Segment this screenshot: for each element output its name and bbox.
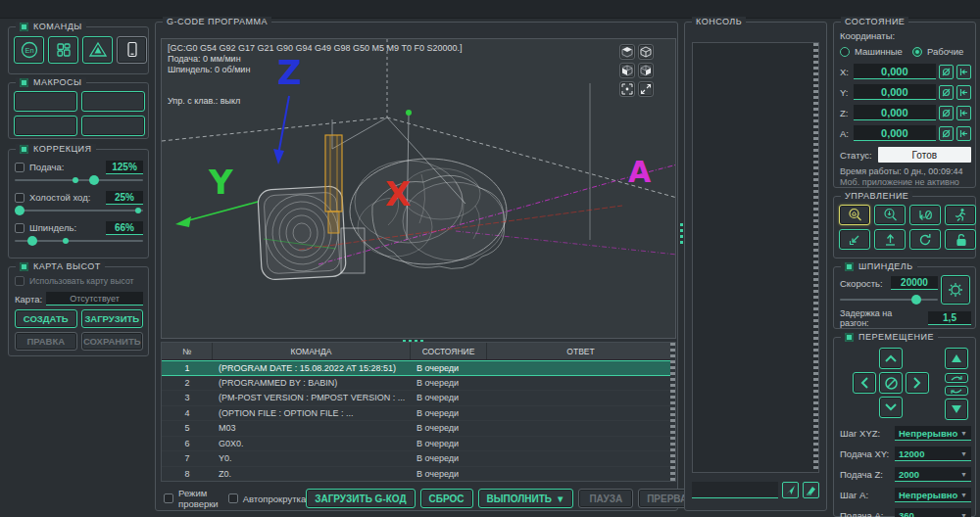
unlock-controller-button[interactable]: En bbox=[14, 36, 44, 64]
jog-setting-dropdown[interactable]: Непрерывно ▼ bbox=[895, 426, 971, 441]
run-button[interactable]: ВЫПОЛНИТЬ▼ bbox=[478, 489, 574, 508]
override-slider[interactable] bbox=[15, 174, 143, 186]
macro-button[interactable] bbox=[81, 91, 145, 112]
home-button[interactable] bbox=[839, 205, 870, 225]
override-slider[interactable] bbox=[15, 235, 143, 247]
jog-z-plus-button[interactable] bbox=[945, 348, 968, 369]
panel-title: УПРАВЛЕНИЕ bbox=[845, 191, 908, 201]
axis-label-a: A bbox=[628, 155, 651, 189]
override-checkbox[interactable] bbox=[15, 193, 24, 203]
zero-axis-button[interactable] bbox=[939, 85, 954, 100]
heightmap-load-button[interactable]: ЗАГРУЗИТЬ bbox=[81, 309, 144, 328]
console-clear-button[interactable] bbox=[803, 482, 819, 498]
vertical-splitter-handle[interactable] bbox=[680, 223, 683, 245]
console-send-button[interactable] bbox=[782, 482, 799, 498]
view-left-button[interactable] bbox=[638, 63, 654, 78]
probe-z-button[interactable] bbox=[874, 205, 906, 225]
macro-button[interactable] bbox=[81, 116, 145, 136]
table-row[interactable]: 5 M03 В очереди bbox=[162, 421, 675, 437]
reset-controller-button[interactable] bbox=[909, 229, 941, 250]
table-row[interactable]: 1 (PROGRAM DATE : 15.08.2022 AT 15:28:51… bbox=[162, 360, 675, 376]
heightmap-edit-button[interactable]: ПРАВКА bbox=[15, 332, 77, 351]
jog-z-minus-button[interactable] bbox=[945, 399, 968, 420]
jog-setting-dropdown[interactable]: Непрерывно ▼ bbox=[895, 488, 971, 502]
jog-setting-dropdown[interactable]: 360 ▼ bbox=[895, 508, 971, 517]
reset-button[interactable]: СБРОС bbox=[420, 489, 473, 508]
restore-axis-button[interactable] bbox=[956, 106, 971, 120]
slider-handle[interactable] bbox=[27, 236, 37, 246]
spindle-speed-slider[interactable] bbox=[840, 294, 938, 306]
panel-title: ШПИНДЕЛЬ bbox=[858, 261, 913, 271]
zero-xy-button[interactable] bbox=[909, 205, 941, 225]
cube-top-icon bbox=[621, 46, 633, 58]
console-input[interactable] bbox=[692, 482, 778, 498]
collapse-toggle[interactable] bbox=[20, 23, 28, 31]
fullscreen-icon-button[interactable] bbox=[638, 81, 654, 97]
jog-x-minus-button[interactable] bbox=[853, 372, 876, 394]
override-slider[interactable] bbox=[15, 205, 143, 216]
view-front-button[interactable] bbox=[619, 63, 635, 78]
fit-view-button[interactable] bbox=[619, 81, 635, 97]
table-scrollbar[interactable] bbox=[670, 343, 675, 481]
console-log[interactable] bbox=[692, 42, 819, 473]
zero-axis-button[interactable] bbox=[939, 126, 954, 141]
slider-handle[interactable] bbox=[89, 175, 99, 185]
table-row[interactable]: 6 G0X0. В очереди bbox=[162, 437, 675, 452]
mobile-app-button[interactable] bbox=[117, 36, 147, 64]
override-checkbox[interactable] bbox=[15, 223, 24, 233]
table-row[interactable]: 2 (PROGRAMMED BY : BABIN) В очереди bbox=[162, 376, 675, 392]
load-gcode-button[interactable]: ЗАГРУЗИТЬ G-КОД bbox=[306, 489, 415, 508]
check-mode-checkbox[interactable] bbox=[164, 494, 173, 503]
table-row[interactable]: 7 Y0. В очереди bbox=[162, 451, 675, 467]
zero-axis-button[interactable] bbox=[939, 65, 954, 79]
autoscroll-checkbox[interactable] bbox=[228, 494, 238, 503]
collapse-toggle[interactable] bbox=[20, 262, 28, 271]
column-header-response[interactable]: ОТВЕТ bbox=[487, 343, 675, 359]
work-coords-radio[interactable] bbox=[912, 47, 922, 57]
alarm-button[interactable] bbox=[82, 36, 113, 64]
goto-origin-button[interactable] bbox=[839, 229, 870, 250]
table-row[interactable]: 3 (PM-POST VERSION : PMPOST VERSION : ..… bbox=[162, 391, 675, 406]
collapse-toggle[interactable] bbox=[845, 262, 854, 271]
unlock-button[interactable] bbox=[945, 229, 976, 250]
restore-axis-button[interactable] bbox=[956, 126, 971, 141]
cell-line-number: 6 bbox=[162, 437, 213, 451]
table-row[interactable]: 8 Z0. В очереди bbox=[162, 467, 675, 483]
collapse-toggle[interactable] bbox=[20, 145, 28, 154]
override-checkbox[interactable] bbox=[15, 163, 24, 172]
jog-a-ccw-button[interactable] bbox=[945, 386, 968, 396]
collapse-toggle[interactable] bbox=[20, 78, 28, 87]
collapse-toggle[interactable] bbox=[845, 333, 854, 342]
jog-a-cw-button[interactable] bbox=[945, 373, 968, 383]
heightmap-create-button[interactable]: СОЗДАТЬ bbox=[15, 309, 77, 328]
jog-stop-button[interactable] bbox=[879, 372, 903, 394]
pause-button[interactable]: ПАУЗА bbox=[578, 489, 633, 508]
macro-button[interactable] bbox=[14, 91, 77, 112]
use-heightmap-checkbox[interactable] bbox=[15, 276, 24, 286]
table-row[interactable]: 4 (OPTION FILE : OPTION FILE : ... В оче… bbox=[162, 406, 675, 422]
jog-setting-dropdown[interactable]: 2000 ▼ bbox=[895, 467, 971, 482]
machine-coords-radio[interactable] bbox=[840, 47, 850, 57]
macro-button[interactable] bbox=[14, 116, 77, 136]
spindle-toggle-button[interactable] bbox=[941, 275, 970, 305]
jog-x-plus-button[interactable] bbox=[906, 372, 929, 394]
console-scrollbar[interactable] bbox=[813, 43, 818, 472]
column-header-command[interactable]: КОМАНДА bbox=[213, 343, 411, 359]
restore-axis-button[interactable] bbox=[956, 65, 971, 79]
gcode-3d-viewport[interactable]: Z Y X A [GC:G0 G54 G92 G17 G21 G90 G94 G… bbox=[161, 38, 676, 339]
slider-handle[interactable] bbox=[911, 295, 921, 305]
jog-y-plus-button[interactable] bbox=[879, 348, 903, 369]
column-header-number[interactable]: № bbox=[162, 343, 213, 359]
safe-z-button[interactable] bbox=[874, 229, 906, 250]
view-top-button[interactable] bbox=[619, 44, 635, 60]
heightmap-save-button[interactable]: СОХРАНИТЬ bbox=[81, 332, 144, 351]
slider-handle[interactable] bbox=[15, 206, 24, 215]
view-isometric-button[interactable] bbox=[638, 44, 654, 60]
jog-y-minus-button[interactable] bbox=[879, 397, 903, 418]
jog-setting-dropdown[interactable]: 12000 ▼ bbox=[895, 446, 971, 461]
windows-layout-button[interactable] bbox=[48, 36, 78, 64]
restore-axis-button[interactable] bbox=[956, 85, 971, 100]
column-header-state[interactable]: СОСТОЯНИЕ bbox=[411, 343, 487, 359]
zero-axis-button[interactable] bbox=[939, 106, 954, 120]
run-from-line-button[interactable] bbox=[945, 205, 976, 225]
